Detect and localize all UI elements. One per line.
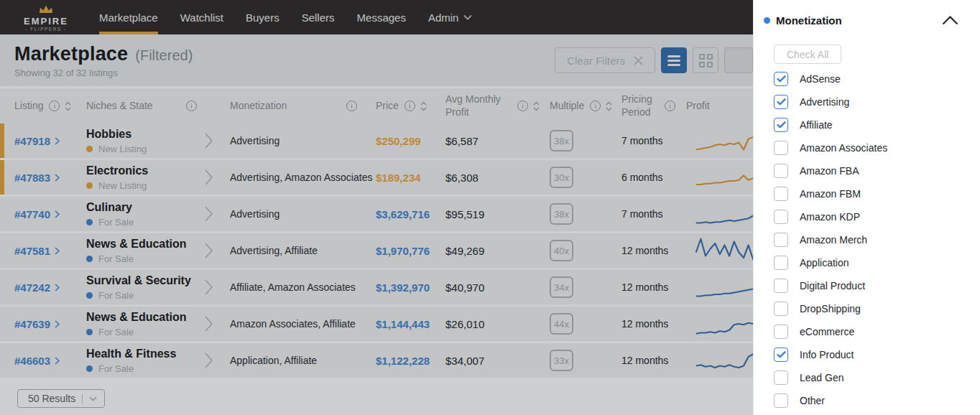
section-dot-icon: [764, 17, 770, 24]
filter-option-amazon-fba[interactable]: Amazon FBA: [774, 159, 980, 182]
filter-option-label: Affiliate: [800, 119, 833, 131]
filter-option-digital-product[interactable]: Digital Product: [774, 274, 980, 297]
checkmark-icon: [777, 98, 786, 106]
checkbox-unchecked[interactable]: [774, 279, 788, 293]
filter-option-info-product[interactable]: Info Product: [774, 343, 980, 366]
checkbox-unchecked[interactable]: [774, 233, 788, 247]
filter-option-amazon-associates[interactable]: Amazon Associates: [774, 136, 980, 159]
filter-option-dropshipping[interactable]: DropShipping: [774, 297, 980, 320]
chevron-up-icon: [942, 16, 958, 25]
checkmark-icon: [777, 75, 786, 83]
filter-option-label: Lead Gen: [800, 372, 844, 383]
filter-option-label: Advertising: [800, 96, 849, 108]
checkmark-icon: [777, 351, 786, 358]
filter-option-adsense[interactable]: AdSense: [774, 67, 980, 90]
checkbox-checked[interactable]: [774, 72, 788, 86]
checkbox-unchecked[interactable]: [774, 210, 788, 224]
filter-option-application[interactable]: Application: [774, 251, 980, 274]
filter-option-label: AdSense: [800, 73, 841, 85]
app-root: EMPIRE - FLIPPERS - MarketplaceWatchlist…: [0, 0, 980, 415]
checkbox-unchecked[interactable]: [774, 325, 788, 339]
monetization-filter-panel: Monetization Check All AdSenseAdvertisin…: [753, 0, 980, 415]
filter-option-label: Digital Product: [800, 280, 865, 292]
filter-option-label: DropShipping: [800, 303, 861, 314]
filter-option-label: eCommerce: [800, 326, 854, 337]
checkbox-unchecked[interactable]: [774, 141, 788, 155]
filter-option-amazon-kdp[interactable]: Amazon KDP: [774, 205, 980, 228]
filter-option-label: Amazon FBA: [800, 165, 859, 177]
checkbox-unchecked[interactable]: [774, 164, 788, 178]
checkbox-unchecked[interactable]: [774, 187, 788, 201]
checkbox-unchecked[interactable]: [774, 302, 788, 316]
checkbox-unchecked[interactable]: [774, 393, 788, 408]
filter-option-label: Other: [800, 395, 825, 406]
filter-option-advertising[interactable]: Advertising: [774, 90, 980, 113]
collapse-section-button[interactable]: [942, 16, 958, 25]
checkbox-checked[interactable]: [774, 348, 788, 362]
filter-option-label: Amazon KDP: [800, 211, 860, 223]
check-all-button[interactable]: Check All: [774, 45, 841, 64]
filter-options-list: AdSenseAdvertisingAffiliateAmazon Associ…: [754, 67, 980, 412]
filter-option-label: Application: [800, 257, 849, 269]
filter-option-label: Amazon FBM: [800, 188, 861, 200]
filter-panel-title: Monetization: [776, 14, 842, 27]
filter-panel-header: Monetization: [754, 0, 980, 27]
checkmark-icon: [777, 121, 786, 129]
filter-option-amazon-merch[interactable]: Amazon Merch: [774, 228, 980, 251]
checkbox-unchecked[interactable]: [774, 256, 788, 270]
filter-option-affiliate[interactable]: Affiliate: [774, 113, 980, 136]
filter-option-other[interactable]: Other: [774, 389, 980, 412]
filter-option-ecommerce[interactable]: eCommerce: [774, 320, 980, 343]
filter-option-label: Amazon Merch: [800, 234, 867, 246]
checkbox-checked[interactable]: [774, 95, 788, 109]
checkbox-checked[interactable]: [774, 118, 788, 132]
filter-option-label: Info Product: [800, 349, 854, 360]
filter-option-label: Amazon Associates: [800, 142, 887, 154]
filter-option-amazon-fbm[interactable]: Amazon FBM: [774, 182, 980, 205]
filter-option-lead-gen[interactable]: Lead Gen: [774, 366, 980, 389]
checkbox-unchecked[interactable]: [774, 370, 788, 385]
